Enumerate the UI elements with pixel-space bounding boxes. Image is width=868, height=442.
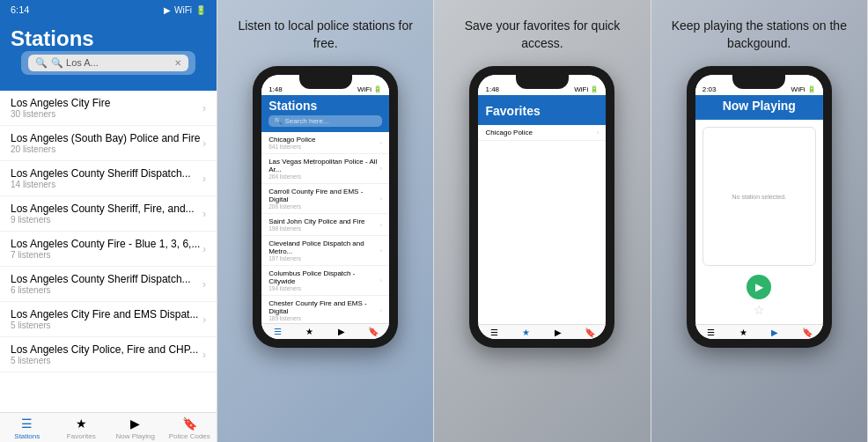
station-listeners: 5 listeners xyxy=(11,356,198,365)
search-text: 🔍 Los A... xyxy=(51,57,99,69)
tab-label: Police Codes xyxy=(169,432,210,440)
station-item[interactable]: Los Angeles County Sheriff Dispatch... 1… xyxy=(0,161,217,196)
star-icon[interactable]: ☆ xyxy=(754,303,765,317)
chevron-icon: › xyxy=(202,349,206,361)
station-listeners: 5 listeners xyxy=(11,320,198,330)
tab-item[interactable]: ☰ Stations xyxy=(0,416,55,440)
status-bar: 6:14 ▶ WiFi 🔋 xyxy=(0,0,217,19)
station-item[interactable]: Los Angeles County Fire - Blue 1, 3, 6,.… xyxy=(0,232,217,267)
tab-item[interactable]: ★ Favorites xyxy=(55,416,109,440)
tab-item[interactable]: ▶ Now Playing xyxy=(108,416,163,440)
tab-label: Favorites xyxy=(67,432,96,440)
tab-icon: ▶ xyxy=(130,416,140,431)
mini-tab-playing-np[interactable]: ▶ xyxy=(759,328,791,337)
mini-phone-favorites: 1:48 WiFi 🔋 Favorites Chicago Police › ☰ xyxy=(469,66,614,348)
chevron-icon: › xyxy=(202,278,206,291)
app-screenshot-panel: 6:14 ▶ WiFi 🔋 Stations 🔍 🔍 Los A... ✕ Lo… xyxy=(0,0,217,442)
favorite-item[interactable]: Chicago Police › xyxy=(478,125,606,141)
feature-text-favorites: Save your favorites for quick access. xyxy=(454,18,630,52)
station-name: Los Angeles County Sheriff Dispatch... xyxy=(11,167,191,180)
station-item[interactable]: Los Angeles City Police, Fire and CHP...… xyxy=(0,337,217,372)
favorites-list: Chicago Police › xyxy=(478,125,606,324)
mini-list-item[interactable]: Cleveland Police Dispatch and Metro... 1… xyxy=(261,236,389,266)
mini-item-name: Carroll County Fire and EMS - Digital xyxy=(268,188,379,203)
mini-item-name: Las Vegas Metropolitan Police - All Ar..… xyxy=(268,158,379,173)
mini-tab-favs[interactable]: ★ xyxy=(293,327,325,337)
station-item[interactable]: Los Angeles City Fire and EMS Dispat... … xyxy=(0,302,217,337)
station-listeners: 7 listeners xyxy=(11,250,200,260)
chevron-icon: › xyxy=(202,243,206,255)
station-listeners: 14 listeners xyxy=(11,180,191,189)
feature-panel-listen: Listen to local police stations for free… xyxy=(217,0,434,442)
fav-header: Favorites xyxy=(478,95,606,125)
mini-tab-bar-fav: ☰ ★ ▶ 🔖 xyxy=(478,324,606,339)
phone-notch-fav xyxy=(516,75,569,89)
mini-tab-favs-fav[interactable]: ★ xyxy=(511,328,542,337)
mini-header-listen: Stations 🔍 Search here... xyxy=(261,95,389,132)
chevron-icon: › xyxy=(202,313,206,326)
mini-list-item[interactable]: Carroll County Fire and EMS - Digital 20… xyxy=(261,184,389,214)
mini-tab-stations-np[interactable]: ☰ xyxy=(695,328,727,337)
stations-list: Los Angeles City Fire 30 listeners › Los… xyxy=(0,91,217,412)
phone-notch xyxy=(299,75,352,89)
station-name: Los Angeles City Police, Fire and CHP... xyxy=(11,343,198,356)
mini-item-name: Columbus Police Dispatch - Citywide xyxy=(268,269,379,285)
tab-icon: ★ xyxy=(76,416,87,431)
search-icon: 🔍 xyxy=(35,57,48,69)
feature-panel-favorites: Save your favorites for quick access. 1:… xyxy=(434,0,651,442)
tab-item[interactable]: 🔖 Police Codes xyxy=(163,416,217,440)
status-time: 6:14 xyxy=(11,4,29,15)
mini-item-name: Chester County Fire and EMS - Digital xyxy=(268,299,379,315)
mini-chevron-icon: › xyxy=(379,276,382,284)
mini-chevron-icon: › xyxy=(379,247,382,254)
mini-screen-listen: 1:48 WiFi 🔋 Stations 🔍 Search here... Ch… xyxy=(261,75,389,339)
tab-icon: ☰ xyxy=(21,416,33,431)
app-header: Stations 🔍 🔍 Los A... ✕ xyxy=(0,19,217,91)
station-item[interactable]: Los Angeles County Sheriff Dispatch... 6… xyxy=(0,267,217,302)
mini-item-sub: 641 listeners xyxy=(268,144,315,150)
mini-stations-list: Chicago Police 641 listeners › Las Vegas… xyxy=(261,132,389,323)
chevron-icon: › xyxy=(202,137,206,150)
mini-screen-fav: 1:48 WiFi 🔋 Favorites Chicago Police › ☰ xyxy=(478,75,606,339)
mini-item-sub: 194 listeners xyxy=(268,285,379,291)
np-white-box: No station selected. xyxy=(702,127,816,266)
station-name: Los Angeles County Fire - Blue 1, 3, 6,.… xyxy=(11,238,200,250)
mini-tab-codes-np[interactable]: 🔖 xyxy=(791,328,823,337)
station-listeners: 6 listeners xyxy=(11,285,191,295)
no-station-text: No station selected. xyxy=(732,194,786,200)
mini-chevron-icon: › xyxy=(379,139,382,147)
mini-tab-favs-np[interactable]: ★ xyxy=(727,328,759,337)
mini-list-item[interactable]: Chester County Fire and EMS - Digital 18… xyxy=(261,296,389,323)
station-item[interactable]: Los Angeles (South Bay) Police and Fire … xyxy=(0,126,217,161)
mini-tab-playing[interactable]: ▶ xyxy=(326,327,357,337)
chevron-icon: › xyxy=(202,102,206,114)
mini-screen-np: 2:03 WiFi 🔋 Now Playing No station selec… xyxy=(695,75,823,339)
station-listeners: 20 listeners xyxy=(11,144,200,154)
station-name: Los Angeles City Fire xyxy=(11,97,110,109)
chevron-icon: › xyxy=(202,208,206,220)
mini-tab-stations-fav[interactable]: ☰ xyxy=(478,328,510,337)
mini-tab-codes[interactable]: 🔖 xyxy=(357,327,389,337)
mini-tab-playing-fav[interactable]: ▶ xyxy=(542,328,574,337)
station-listeners: 9 listeners xyxy=(11,215,195,225)
station-item[interactable]: Los Angeles County Sheriff, Fire, and...… xyxy=(0,196,217,232)
mini-list-item[interactable]: Las Vegas Metropolitan Police - All Ar..… xyxy=(261,154,389,184)
mini-tab-codes-fav[interactable]: 🔖 xyxy=(574,328,606,337)
mini-list-item[interactable]: Columbus Police Dispatch - Citywide 194 … xyxy=(261,266,389,296)
status-icons: ▶ WiFi 🔋 xyxy=(164,5,206,15)
mini-chevron-icon: › xyxy=(379,306,382,314)
mini-chevron-icon: › xyxy=(379,221,382,229)
app-title: Stations xyxy=(11,26,206,51)
phone-screen: 6:14 ▶ WiFi 🔋 Stations 🔍 🔍 Los A... ✕ Lo… xyxy=(0,0,217,442)
play-button[interactable]: ▶ xyxy=(747,275,771,299)
station-name: Los Angeles City Fire and EMS Dispat... xyxy=(11,308,198,320)
search-bar-container: 🔍 🔍 Los A... ✕ xyxy=(21,51,195,75)
mini-list-item[interactable]: Chicago Police 641 listeners › xyxy=(261,132,389,154)
mini-tab-stations[interactable]: ☰ xyxy=(261,327,293,337)
mini-phone-nowplaying: 2:03 WiFi 🔋 Now Playing No station selec… xyxy=(687,66,832,348)
search-clear[interactable]: ✕ xyxy=(174,58,181,68)
station-item[interactable]: Los Angeles City Fire 30 listeners › xyxy=(0,91,217,126)
mini-list-item[interactable]: Saint John City Police and Fire 198 list… xyxy=(261,214,389,236)
tab-icon: 🔖 xyxy=(182,416,197,431)
mini-item-name: Chicago Police xyxy=(268,136,315,144)
